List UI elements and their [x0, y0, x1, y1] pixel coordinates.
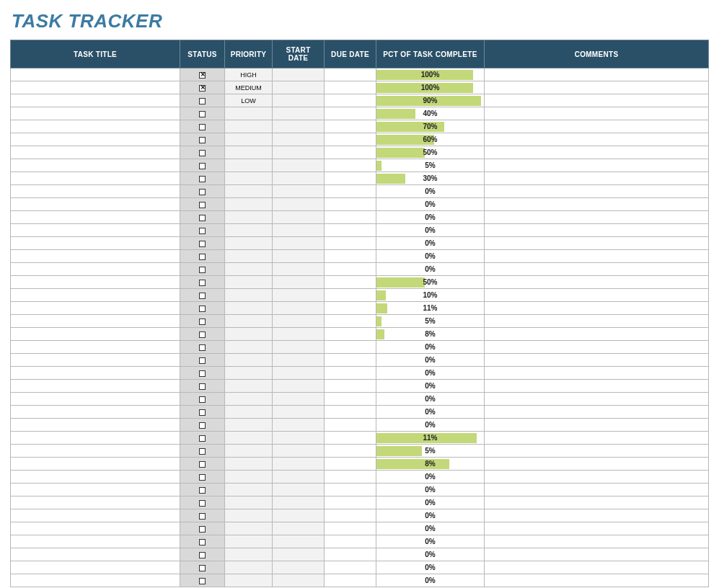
cell-start-date[interactable]	[273, 224, 325, 237]
cell-task-title[interactable]	[11, 146, 180, 159]
cell-due-date[interactable]	[325, 172, 376, 185]
cell-start-date[interactable]	[273, 120, 325, 133]
cell-task-title[interactable]	[11, 509, 180, 522]
cell-comments[interactable]	[485, 367, 709, 380]
cell-status[interactable]	[180, 445, 225, 458]
cell-due-date[interactable]	[325, 224, 376, 237]
cell-comments[interactable]	[485, 263, 709, 276]
status-checkbox[interactable]	[199, 124, 206, 130]
cell-due-date[interactable]	[325, 289, 376, 302]
cell-priority[interactable]	[225, 535, 273, 548]
cell-start-date[interactable]	[273, 574, 325, 587]
status-checkbox[interactable]	[199, 513, 206, 520]
cell-comments[interactable]	[485, 496, 709, 509]
cell-priority[interactable]	[225, 276, 273, 289]
cell-priority[interactable]: LOW	[225, 94, 273, 107]
cell-start-date[interactable]	[273, 107, 325, 120]
cell-task-title[interactable]	[11, 133, 180, 146]
cell-status[interactable]	[180, 328, 225, 341]
status-checkbox[interactable]	[199, 137, 206, 143]
cell-priority[interactable]	[225, 509, 273, 522]
cell-comments[interactable]	[485, 133, 709, 146]
cell-status[interactable]	[180, 120, 225, 133]
cell-status[interactable]	[180, 380, 225, 393]
status-checkbox[interactable]	[199, 267, 206, 273]
cell-pct-complete[interactable]: 0%	[376, 237, 485, 250]
cell-start-date[interactable]	[273, 211, 325, 224]
cell-task-title[interactable]	[11, 68, 180, 81]
cell-due-date[interactable]	[325, 380, 376, 393]
cell-comments[interactable]	[485, 302, 709, 315]
cell-comments[interactable]	[485, 159, 709, 172]
cell-status[interactable]	[180, 81, 225, 94]
cell-comments[interactable]	[485, 289, 709, 302]
cell-priority[interactable]	[225, 159, 273, 172]
status-checkbox[interactable]	[199, 72, 206, 79]
cell-task-title[interactable]	[11, 561, 180, 574]
cell-task-title[interactable]	[11, 94, 180, 107]
cell-status[interactable]	[180, 535, 225, 548]
status-checkbox[interactable]	[199, 448, 206, 455]
cell-pct-complete[interactable]: 40%	[376, 107, 485, 120]
cell-due-date[interactable]	[325, 211, 376, 224]
cell-comments[interactable]	[485, 341, 709, 354]
cell-task-title[interactable]	[11, 237, 180, 250]
cell-comments[interactable]	[485, 94, 709, 107]
status-checkbox[interactable]	[199, 396, 206, 403]
cell-start-date[interactable]	[273, 406, 325, 419]
status-checkbox[interactable]	[199, 474, 206, 481]
status-checkbox[interactable]	[199, 331, 206, 338]
cell-due-date[interactable]	[325, 81, 376, 94]
cell-start-date[interactable]	[273, 367, 325, 380]
status-checkbox[interactable]	[199, 85, 206, 92]
cell-priority[interactable]	[225, 263, 273, 276]
cell-status[interactable]	[180, 432, 225, 445]
status-checkbox[interactable]	[199, 202, 206, 208]
cell-priority[interactable]	[225, 484, 273, 496]
cell-start-date[interactable]	[273, 522, 325, 535]
cell-comments[interactable]	[485, 328, 709, 341]
status-checkbox[interactable]	[199, 344, 206, 351]
status-checkbox[interactable]	[199, 461, 206, 468]
cell-status[interactable]	[180, 263, 225, 276]
cell-pct-complete[interactable]: 0%	[376, 185, 485, 198]
cell-status[interactable]	[180, 198, 225, 211]
cell-priority[interactable]	[225, 237, 273, 250]
cell-comments[interactable]	[485, 393, 709, 406]
cell-start-date[interactable]	[273, 159, 325, 172]
status-checkbox[interactable]	[199, 383, 206, 390]
cell-due-date[interactable]	[325, 146, 376, 159]
cell-status[interactable]	[180, 68, 225, 81]
cell-priority[interactable]	[225, 561, 273, 574]
cell-task-title[interactable]	[11, 548, 180, 561]
cell-priority[interactable]: MEDIUM	[225, 81, 273, 94]
cell-priority[interactable]	[225, 574, 273, 587]
cell-due-date[interactable]	[325, 535, 376, 548]
cell-start-date[interactable]	[273, 471, 325, 484]
status-checkbox[interactable]	[199, 435, 206, 442]
status-checkbox[interactable]	[199, 176, 206, 182]
cell-pct-complete[interactable]: 100%	[376, 81, 485, 94]
cell-due-date[interactable]	[325, 354, 376, 367]
cell-comments[interactable]	[485, 68, 709, 81]
cell-comments[interactable]	[485, 211, 709, 224]
cell-status[interactable]	[180, 94, 225, 107]
cell-pct-complete[interactable]: 0%	[376, 250, 485, 263]
cell-task-title[interactable]	[11, 250, 180, 263]
cell-due-date[interactable]	[325, 419, 376, 432]
cell-comments[interactable]	[485, 548, 709, 561]
cell-start-date[interactable]	[273, 68, 325, 81]
cell-pct-complete[interactable]: 5%	[376, 315, 485, 328]
cell-start-date[interactable]	[273, 432, 325, 445]
cell-task-title[interactable]	[11, 574, 180, 587]
status-checkbox[interactable]	[199, 215, 206, 221]
cell-priority[interactable]	[225, 302, 273, 315]
cell-due-date[interactable]	[325, 393, 376, 406]
cell-due-date[interactable]	[325, 185, 376, 198]
cell-status[interactable]	[180, 276, 225, 289]
cell-due-date[interactable]	[325, 263, 376, 276]
cell-start-date[interactable]	[273, 289, 325, 302]
status-checkbox[interactable]	[199, 241, 206, 247]
cell-status[interactable]	[180, 159, 225, 172]
cell-priority[interactable]	[225, 172, 273, 185]
